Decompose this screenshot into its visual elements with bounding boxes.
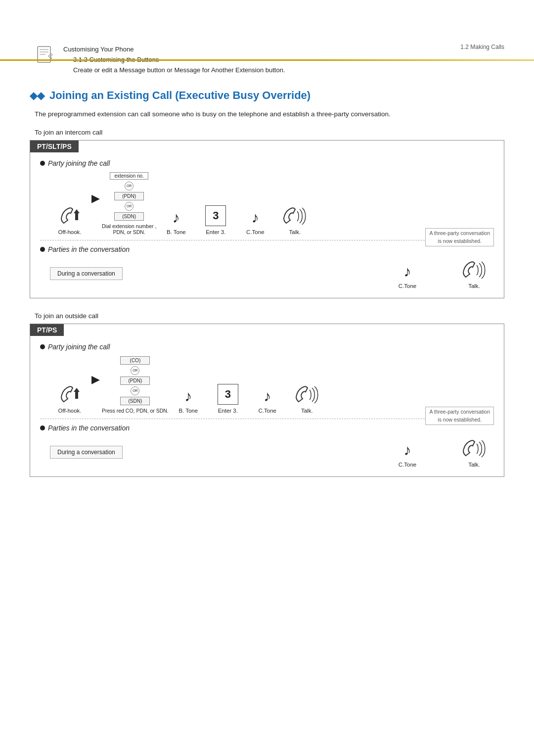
sdn-label-2: (SDN) <box>129 398 142 404</box>
svg-marker-6 <box>74 209 80 220</box>
during-conv-box-1: During a conversation <box>50 267 123 280</box>
notepad-icon <box>35 45 56 64</box>
svg-marker-7 <box>74 388 80 399</box>
ctone-icon-1: ♪ <box>252 209 259 226</box>
step-talk2: Talk. <box>454 258 494 289</box>
or-circle-1: OR <box>125 182 134 190</box>
during-conv-box-2: During a conversation <box>50 446 123 459</box>
step2-talk: Talk. <box>287 383 327 414</box>
header-section: 1.2 Making Calls <box>460 44 504 50</box>
three-party-line1-2: A three-party conversation <box>429 408 490 416</box>
pdn-label: (PDN) <box>122 193 136 199</box>
sdn-btn-1: (SDN) <box>114 212 144 221</box>
or-circle-2: OR <box>125 202 134 211</box>
section-description: The preprogrammed extension can call som… <box>35 109 504 120</box>
three-party-note-2: A three-party conversation is now establ… <box>425 407 494 425</box>
page-container: 1.2 Making Calls Customising Your Phone … <box>0 35 534 756</box>
diagram1-steps-row: Off-hook. ▶ extension no. OR <box>50 172 494 235</box>
three-party-line2-2: is now established. <box>429 416 490 424</box>
step2-enter3: 3 Enter 3. <box>208 384 248 414</box>
diamond-icons: ◆◆ <box>30 90 44 101</box>
step2-ctone2: ♪ C.Tone <box>390 442 425 468</box>
dial-label: Dial extension number , PDN, or SDN. <box>102 223 156 235</box>
dashed-wrapper-1: A three-party conversation is now establ… <box>40 240 494 240</box>
pdn-label-2: (PDN) <box>129 378 142 383</box>
step-ctone2: ♪ C.Tone <box>390 263 425 289</box>
bullet-dot-2 <box>40 247 45 252</box>
step2-dial: (CO) OR (PDN) OR (SDN) Press red CO, PDN <box>102 356 169 414</box>
ctone-icon-3: ♪ <box>264 388 271 405</box>
note-icon <box>35 45 56 64</box>
arrow-1: ▶ <box>91 192 100 215</box>
diagram1-tab: PT/SLT/PS <box>30 141 79 152</box>
section-title-text: Joining an Existing Call (Executive Busy… <box>49 89 311 102</box>
offhook-label: Off-hook. <box>58 229 81 235</box>
dial-options: OR (PDN) OR (SDN) <box>114 181 144 221</box>
step2-offhook: Off-hook. <box>50 383 89 414</box>
step-dial: extension no. OR (PDN) OR (SDN) <box>102 172 156 235</box>
diagram2-box: PT/PS Party joining the call <box>30 324 504 477</box>
ctone2-label-2: C.Tone <box>399 462 416 468</box>
offhook-icon <box>57 204 83 228</box>
three-party-note-1: A three-party conversation is now establ… <box>425 228 494 247</box>
talk-icon-2 <box>460 258 489 282</box>
note-sub2: Create or edit a Message button or Messa… <box>73 65 285 76</box>
main-content: Customising Your Phone 3.1.3 Customising… <box>0 35 534 520</box>
ext-box: extension no. <box>110 172 148 180</box>
diagram2-steps-row: Off-hook. ▶ (CO) OR (PDN) <box>50 356 494 414</box>
bullet-dot-3 <box>40 344 45 349</box>
three-party-line2: is now established. <box>429 237 490 245</box>
pdn-btn-2: (PDN) <box>120 377 150 385</box>
intercom-label: To join an intercom call <box>35 129 504 136</box>
co-btn: (CO) <box>120 356 150 365</box>
step-offhook: Off-hook. <box>50 204 89 235</box>
offhook-icon-2 <box>57 383 83 407</box>
talk-label-2: Talk. <box>301 408 313 414</box>
num3-box: 3 <box>205 205 226 226</box>
ctone-label: C.Tone <box>246 229 264 235</box>
talk2-label: Talk. <box>468 283 480 289</box>
diagram2-party-joining-text: Party joining the call <box>48 343 110 351</box>
step2-btone: ♪ B. Tone <box>169 388 208 414</box>
btone-icon-2: ♪ <box>184 388 192 405</box>
header-section-text: 1.2 Making Calls <box>460 44 504 50</box>
talk2-label-2: Talk. <box>468 462 480 468</box>
sdn-label: (SDN) <box>122 214 136 219</box>
ctone-icon-4: ♪ <box>404 442 411 459</box>
enter3-label-2: Enter 3. <box>218 408 238 414</box>
diagram2-inner: Party joining the call Off-hook. <box>30 336 504 476</box>
diagram1-party-joining-label: Party joining the call <box>40 159 494 167</box>
btone-icon: ♪ <box>173 209 180 226</box>
note-title: Customising Your Phone <box>63 45 285 55</box>
or-circle-4: OR <box>131 386 139 395</box>
diagram1-parties-text: Parties in the conversation <box>48 245 130 253</box>
btone-label: B. Tone <box>167 229 186 235</box>
top-border <box>0 59 534 61</box>
step-talk: Talk. <box>275 204 314 235</box>
step-ctone: ♪ C.Tone <box>235 209 275 235</box>
btone-label-2: B. Tone <box>178 408 198 414</box>
talk-icon-1 <box>280 204 309 228</box>
step-btone: ♪ B. Tone <box>156 209 196 235</box>
pdn-btn-1: (PDN) <box>114 192 144 200</box>
ctone-icon-2: ♪ <box>404 263 411 280</box>
dial-options-2: (CO) OR (PDN) OR (SDN) <box>120 356 150 406</box>
enter3-label: Enter 3. <box>206 229 225 235</box>
sdn-btn-2: (SDN) <box>120 397 150 405</box>
offhook-label-2: Off-hook. <box>58 408 81 414</box>
or-circle-3: OR <box>131 366 139 375</box>
step-enter3: 3 Enter 3. <box>196 205 235 235</box>
co-label: (CO) <box>130 358 141 363</box>
num3-box-2: 3 <box>218 384 238 405</box>
section-title: ◆◆ Joining an Existing Call (Executive B… <box>30 89 504 102</box>
talk-icon-3 <box>293 383 321 407</box>
diagram2-tab: PT/PS <box>30 324 64 336</box>
arrow-2: ▶ <box>91 373 100 396</box>
ctone2-label: C.Tone <box>399 283 416 289</box>
ctone-label-2: C.Tone <box>259 408 276 414</box>
talk-icon-4 <box>460 437 489 461</box>
diagram2-parties-text: Parties in the conversation <box>48 424 130 432</box>
talk-label: Talk. <box>289 229 301 235</box>
diagram2-party-joining-label: Party joining the call <box>40 343 494 351</box>
dashed-wrapper-2: A three-party conversation is now establ… <box>40 419 494 419</box>
